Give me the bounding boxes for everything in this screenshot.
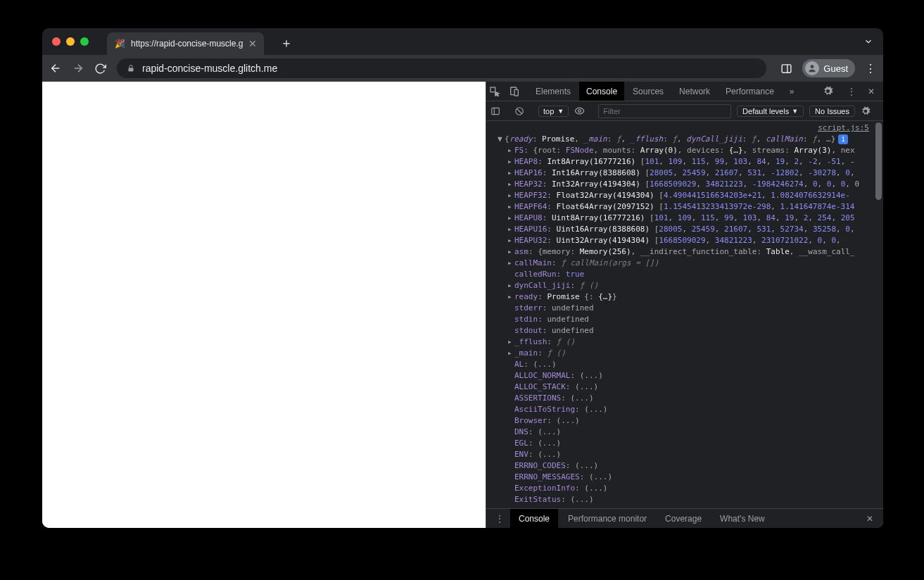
- inspect-element-icon[interactable]: [489, 86, 507, 97]
- object-property-row[interactable]: stderr: undefined: [486, 303, 883, 314]
- devtools-close-button[interactable]: ✕: [862, 87, 880, 96]
- avatar-icon: [805, 61, 819, 75]
- object-property-row[interactable]: AsciiToString: (...): [486, 404, 883, 415]
- object-property-row[interactable]: ▸HEAP32: Int32Array(4194304) [1668509029…: [486, 179, 883, 190]
- back-button[interactable]: [49, 62, 65, 75]
- content-area: Elements Console Sources Network Perform…: [42, 82, 883, 528]
- object-property-row[interactable]: DNS: (...): [486, 427, 883, 438]
- object-property-row[interactable]: ▸callMain: ƒ callMain(args = []): [486, 258, 883, 269]
- svg-rect-6: [491, 87, 495, 92]
- svg-point-5: [811, 65, 814, 68]
- reload-button[interactable]: [94, 63, 110, 75]
- tab-elements[interactable]: Elements: [529, 82, 578, 101]
- lock-icon: [127, 64, 135, 72]
- object-property-row[interactable]: ERRNO_CODES: (...): [486, 460, 883, 472]
- object-property-row[interactable]: EGL: (...): [486, 438, 883, 449]
- tab-favicon-icon: 🎉: [114, 38, 125, 49]
- tab-network[interactable]: Network: [672, 82, 717, 101]
- object-property-row[interactable]: ERRNO_MESSAGES: (...): [486, 472, 883, 483]
- object-property-row[interactable]: ▸HEAP8: Int8Array(16777216) [101, 109, 1…: [486, 156, 883, 168]
- traffic-lights: [52, 37, 89, 46]
- side-panel-icon[interactable]: [780, 63, 792, 75]
- forward-button[interactable]: [72, 62, 87, 75]
- object-property-row[interactable]: ▸HEAPU8: Uint8Array(16777216) [101, 109,…: [486, 213, 883, 224]
- browser-toolbar: rapid-concise-muscle.glitch.me Guest ⋮: [42, 55, 883, 82]
- context-label: top: [543, 107, 554, 115]
- object-property-row[interactable]: ▸asm: {memory: Memory(256), __indirect_f…: [486, 246, 883, 258]
- window-caret-icon[interactable]: [863, 37, 873, 46]
- object-property-row[interactable]: ▸FS: {root: FSNode, mounts: Array(0), de…: [486, 145, 883, 156]
- log-levels-selector[interactable]: Default levels ▼: [737, 106, 804, 117]
- object-property-row[interactable]: ▸HEAPU32: Uint32Array(4194304) [16685090…: [486, 235, 883, 246]
- console-sidebar-toggle-icon[interactable]: [491, 106, 509, 116]
- tabs-overflow[interactable]: »: [783, 82, 802, 101]
- tab-close-button[interactable]: ✕: [248, 38, 257, 49]
- object-property-row[interactable]: ▸_main: ƒ (): [486, 348, 883, 359]
- drawer-tab-coverage[interactable]: Coverage: [657, 509, 710, 528]
- new-tab-button[interactable]: ＋: [277, 34, 296, 51]
- drawer-tab-whats-new[interactable]: What's New: [711, 509, 773, 528]
- object-property-row[interactable]: AL: (...): [486, 359, 883, 370]
- drawer-close-button[interactable]: ✕: [861, 514, 879, 524]
- object-property-row[interactable]: stdin: undefined: [486, 314, 883, 325]
- console-settings-gear-icon[interactable]: [861, 106, 879, 116]
- svg-rect-3: [782, 64, 791, 72]
- tab-console[interactable]: Console: [579, 82, 624, 101]
- chevron-down-icon: ▼: [557, 108, 564, 115]
- overflow-menu-button[interactable]: ⋮: [865, 62, 876, 75]
- svg-rect-8: [514, 89, 518, 96]
- object-property-row[interactable]: calledRun: true: [486, 269, 883, 280]
- devtools-panel: Elements Console Sources Network Perform…: [486, 82, 883, 528]
- window-close-button[interactable]: [52, 37, 61, 46]
- settings-gear-icon[interactable]: [823, 86, 841, 96]
- profile-label: Guest: [823, 63, 848, 74]
- window-zoom-button[interactable]: [80, 37, 89, 46]
- object-property-row[interactable]: ▸dynCall_jiji: ƒ (): [486, 280, 883, 291]
- issues-label: No Issues: [815, 107, 849, 115]
- object-property-row[interactable]: ▸HEAPF32: Float32Array(4194304) [4.49044…: [486, 190, 883, 201]
- browser-window: 🎉 https://rapid-concise-muscle.g ✕ ＋ rap…: [42, 28, 883, 528]
- tab-performance[interactable]: Performance: [719, 82, 781, 101]
- clear-console-icon[interactable]: [514, 106, 533, 116]
- live-expression-icon[interactable]: [574, 106, 593, 116]
- object-property-row[interactable]: ALLOC_STACK: (...): [486, 382, 883, 393]
- object-property-row[interactable]: ▸HEAPF64: Float64Array(2097152) [1.15454…: [486, 201, 883, 213]
- address-bar[interactable]: rapid-concise-muscle.glitch.me: [117, 58, 766, 78]
- profile-chip[interactable]: Guest: [802, 59, 855, 77]
- devtools-menu-icon[interactable]: ⋮: [842, 87, 861, 96]
- tab-sources[interactable]: Sources: [626, 82, 671, 101]
- object-property-row[interactable]: ALLOC_NORMAL: (...): [486, 370, 883, 382]
- scrollbar-thumb[interactable]: [875, 122, 882, 200]
- object-property-row[interactable]: ▸HEAPU16: Uint16Array(8388608) [28005, 2…: [486, 224, 883, 235]
- object-property-row[interactable]: Browser: (...): [486, 415, 883, 427]
- info-badge-icon[interactable]: i: [838, 134, 848, 144]
- object-property-row[interactable]: ▸_fflush: ƒ (): [486, 336, 883, 348]
- issues-button[interactable]: No Issues: [809, 106, 855, 117]
- devtools-tab-bar: Elements Console Sources Network Perform…: [486, 82, 883, 101]
- window-minimize-button[interactable]: [66, 37, 75, 46]
- console-output: script.js:5 ▼{ready: Promise, _main: ƒ, …: [486, 121, 883, 508]
- drawer-menu-icon[interactable]: ⋮: [491, 514, 509, 524]
- drawer-tab-console[interactable]: Console: [510, 509, 558, 528]
- svg-line-12: [517, 108, 522, 113]
- browser-tab[interactable]: 🎉 https://rapid-concise-muscle.g ✕: [107, 32, 264, 55]
- source-link[interactable]: script.js:5: [486, 121, 883, 134]
- object-property-row[interactable]: ASSERTIONS: (...): [486, 393, 883, 404]
- drawer-tab-performance-monitor[interactable]: Performance monitor: [559, 509, 655, 528]
- page-viewport: [42, 82, 486, 528]
- object-property-row[interactable]: ▸HEAP16: Int16Array(8388608) [28005, 254…: [486, 168, 883, 179]
- address-url: rapid-concise-muscle.glitch.me: [142, 63, 277, 74]
- levels-label: Default levels: [742, 107, 789, 115]
- chevron-down-icon: ▼: [792, 108, 798, 115]
- device-toggle-icon[interactable]: [509, 86, 527, 97]
- execution-context-selector[interactable]: top ▼: [538, 106, 569, 117]
- tab-title: https://rapid-concise-muscle.g: [131, 39, 243, 49]
- object-property-row[interactable]: ENV: (...): [486, 449, 883, 460]
- console-filter-input[interactable]: [598, 104, 731, 118]
- object-property-row[interactable]: ExitStatus: (...): [486, 494, 883, 505]
- object-property-row[interactable]: stdout: undefined: [486, 325, 883, 336]
- object-property-row[interactable]: ▸ready: Promise {: {…}}: [486, 291, 883, 303]
- devtools-drawer: ⋮ Console Performance monitor Coverage W…: [486, 508, 883, 528]
- object-property-row[interactable]: ExceptionInfo: (...): [486, 483, 883, 494]
- object-header-row[interactable]: ▼{ready: Promise, _main: ƒ, _fflush: ƒ, …: [486, 134, 883, 145]
